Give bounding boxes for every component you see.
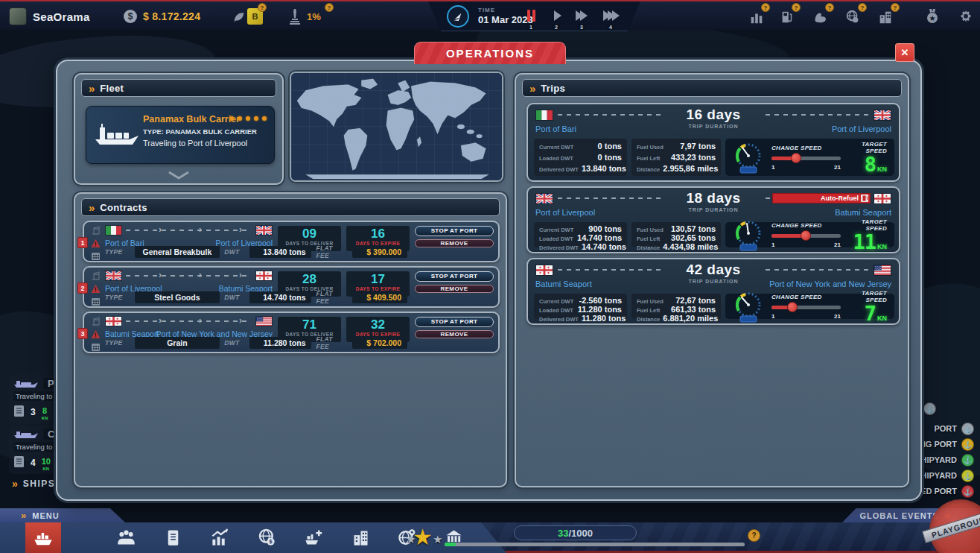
strength-arm-icon[interactable] xyxy=(812,9,828,25)
fuel-pump-icon[interactable] xyxy=(779,9,795,25)
map-port-label[interactable]: HIPYARD ⚓ xyxy=(921,469,975,482)
route-arrow-icon: › xyxy=(159,315,162,326)
knots-unit: KN xyxy=(877,243,887,250)
pause-button[interactable] xyxy=(521,9,541,22)
map-port-label[interactable]: PORT ⚓ xyxy=(934,422,974,435)
speed-slider[interactable]: CHANGE SPEED 121 xyxy=(771,145,841,171)
slider-track[interactable] xyxy=(771,157,841,160)
menu-fleet-button[interactable] xyxy=(25,522,61,553)
fuel-stats: Fuel Used7,97 tons Fuel Left433,23 tons … xyxy=(631,139,721,176)
fuel-hint-coin[interactable]: ? xyxy=(792,3,801,12)
contract-card[interactable]: 3 › › › Batumi Seaport Port of New York … xyxy=(83,312,500,353)
chevron-right-icon: » xyxy=(529,83,535,94)
speed-control: CHANGE SPEED 121 TARGET SPEED 8KN xyxy=(725,139,894,176)
flat-fee-label: FLAT FEE xyxy=(316,290,347,305)
map-port-label[interactable]: NG PORT ⚓ xyxy=(920,437,974,451)
contract-icons xyxy=(89,225,101,261)
slider-track[interactable] xyxy=(771,234,841,238)
trip-card[interactable]: 42 days TRIP DURATION Auto-Refuel Batumi… xyxy=(526,258,900,325)
trip-card[interactable]: 16 days TRIP DURATION Auto-Refuel Port o… xyxy=(526,103,900,182)
contract-card[interactable]: 1 › › › Port of Bari Port of Liverpool xyxy=(83,221,500,262)
stats-hint-coin[interactable]: ? xyxy=(761,3,770,12)
warning-triangle-icon xyxy=(91,238,101,248)
settings-gear-icon[interactable] xyxy=(958,9,974,25)
remove-contract-button[interactable]: REMOVE xyxy=(415,239,494,247)
cargo-type-value: Grain xyxy=(135,337,220,349)
company-building-icon[interactable] xyxy=(877,9,894,25)
knots-unit: KN xyxy=(877,315,887,322)
contract-card[interactable]: 2 › › › Port of Liverpool Batumi Seaport xyxy=(83,266,500,308)
fastest-forward-button[interactable] xyxy=(597,9,623,22)
help-button[interactable]: ? xyxy=(748,529,760,542)
achievements-medal-icon[interactable]: ★ xyxy=(923,7,941,25)
rank-star-icon: ★ xyxy=(433,533,442,546)
close-button[interactable]: ✕ xyxy=(895,43,914,62)
eco-leaf-icon[interactable] xyxy=(231,9,247,25)
slider-knob[interactable] xyxy=(801,230,811,241)
menu-buy-ship-button[interactable] xyxy=(304,528,324,548)
stop-at-port-button[interactable]: STOP AT PORT xyxy=(415,271,494,282)
fleet-ship-card[interactable]: Panamax Bulk Carrier TYPE: PANAMAX BULK … xyxy=(86,106,275,164)
svg-text:$: $ xyxy=(269,538,273,545)
origin-flag-icon xyxy=(105,316,122,326)
ships-section-label[interactable]: » SHIPS xyxy=(12,478,55,490)
speed-slider[interactable]: CHANGE SPEED 121 xyxy=(771,222,841,248)
destination-flag-icon xyxy=(874,265,891,276)
menu-tab[interactable]: » MENU xyxy=(0,508,125,522)
world-hint-coin[interactable]: ? xyxy=(858,3,867,12)
menu-world-economy-button[interactable]: $ xyxy=(257,528,277,548)
remove-contract-button[interactable]: REMOVE xyxy=(415,285,494,293)
route-arrow-icon: › xyxy=(239,270,242,280)
auto-refuel-badge[interactable]: Auto-Refuel xyxy=(772,193,871,203)
reputation-statue-icon[interactable] xyxy=(287,7,302,25)
menu-market-chart-button[interactable] xyxy=(210,528,230,548)
strength-hint-coin[interactable]: ? xyxy=(825,3,834,12)
map-port-label[interactable]: ED PORT ⚓ xyxy=(920,484,974,498)
route-arrow-icon: › xyxy=(159,270,162,280)
anchor-icon: ⚓ xyxy=(961,454,974,467)
trip-card[interactable]: 18 days TRIP DURATION Auto-Refuel Port o… xyxy=(526,186,900,253)
bulk-carrier-icon xyxy=(94,121,140,150)
menu-crew-button[interactable] xyxy=(116,528,136,548)
company-hint-coin[interactable]: ? xyxy=(891,3,900,12)
fleet-expand-chevron-down-icon[interactable] xyxy=(166,170,191,180)
fast-forward-button[interactable] xyxy=(570,9,590,22)
dwt-stats: Current DWT900 tons Loaded DWT14.740 ton… xyxy=(534,222,627,247)
stop-at-port-button[interactable]: STOP AT PORT xyxy=(415,317,494,327)
stats-chart-icon[interactable] xyxy=(748,9,765,25)
speed-slider[interactable]: CHANGE SPEED 121 xyxy=(771,294,841,320)
speed-control: CHANGE SPEED 121 TARGET SPEED 7KN xyxy=(725,294,894,319)
target-speed-value: 7 xyxy=(865,302,876,325)
cargo-type-value: Steel Goods xyxy=(135,291,220,303)
origin-flag-icon xyxy=(105,225,122,236)
speed-3-label: 3 xyxy=(578,24,585,31)
bunker-hint-coin[interactable]: ? xyxy=(258,3,267,12)
slider-track[interactable] xyxy=(771,306,841,309)
speed-4-label: 4 xyxy=(607,24,614,31)
mini-ship-icon xyxy=(13,429,39,440)
type-label: TYPE xyxy=(105,339,130,347)
chevron-right-icon: » xyxy=(12,478,18,490)
reputation-hint-coin[interactable]: ? xyxy=(325,3,334,12)
destination-port-name: Port of Liverpool xyxy=(832,124,891,133)
dwt-value: 13.840 tons xyxy=(249,246,311,258)
cargo-type-value: General Breakbulk xyxy=(135,246,220,258)
change-speed-label: CHANGE SPEED xyxy=(771,294,841,300)
trips-panel-header: » Trips xyxy=(522,79,902,97)
fleet-panel-header: » Fleet xyxy=(81,79,276,97)
world-search-icon[interactable] xyxy=(844,9,861,25)
map-port-label[interactable]: HIPYARD ⚓ xyxy=(921,453,975,467)
slider-knob[interactable] xyxy=(791,153,801,163)
menu-contracts-button[interactable] xyxy=(163,528,183,548)
rank-progress-counter: 33/1000 xyxy=(514,525,637,540)
world-map-panel[interactable] xyxy=(290,72,503,182)
menu-office-button[interactable] xyxy=(351,528,371,548)
play-button[interactable] xyxy=(547,9,566,22)
slider-knob[interactable] xyxy=(787,302,798,312)
destination-flag-icon xyxy=(874,193,891,204)
speed-1-label: 1 xyxy=(527,24,535,31)
map-port-marker[interactable]: ⚓ xyxy=(923,402,936,415)
remove-contract-button[interactable]: REMOVE xyxy=(415,330,494,338)
stop-at-port-button[interactable]: STOP AT PORT xyxy=(415,226,494,236)
chevron-right-icon: » xyxy=(21,510,26,521)
